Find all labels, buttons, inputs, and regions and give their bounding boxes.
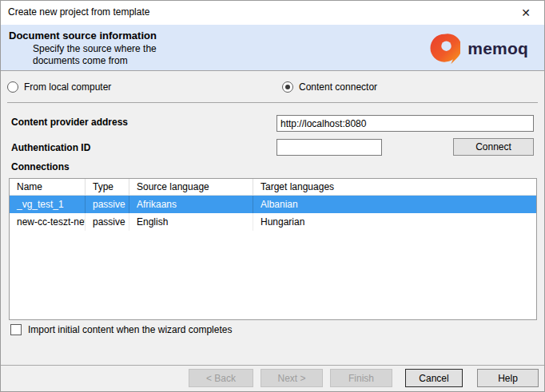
connections-table: Name Type Source language Target languag… [9, 178, 537, 320]
table-header-row: Name Type Source language Target languag… [10, 179, 536, 196]
authentication-id-input[interactable] [276, 139, 382, 156]
memoq-logo: memoq [428, 32, 528, 65]
column-header-name[interactable]: Name [10, 179, 86, 195]
title-bar: Create new project from template ✕ [1, 1, 544, 25]
close-icon[interactable]: ✕ [518, 5, 534, 21]
column-header-type[interactable]: Type [86, 179, 129, 195]
radio-selected-icon[interactable] [282, 81, 293, 93]
cell-target-languages: Albanian [253, 196, 536, 213]
column-header-source-language[interactable]: Source language [129, 179, 253, 195]
cell-type: passive [86, 196, 129, 213]
next-button: Next > [261, 369, 323, 387]
authentication-id-label: Authentication ID [11, 142, 90, 153]
divider [1, 365, 544, 366]
table-row-selected[interactable]: _vg_test_1 passive Afrikaans Albanian [10, 196, 536, 213]
cell-name: new-cc-teszt-new [10, 213, 86, 231]
radio-content-connector-label[interactable]: Content connector [299, 81, 377, 93]
radio-from-local-computer-label[interactable]: From local computer [24, 81, 111, 93]
column-header-target-languages[interactable]: Target languages [253, 179, 536, 195]
content-provider-address-input[interactable] [276, 115, 534, 132]
import-checkbox[interactable] [10, 324, 22, 335]
window-title: Create new project from template [8, 6, 149, 18]
wizard-header: Document source information Specify the … [1, 25, 544, 71]
page-title: Document source information [9, 30, 157, 42]
help-button[interactable]: Help [477, 369, 539, 387]
import-initial-content-option: Import initial content when the wizard c… [10, 324, 232, 335]
page-subtitle: Specify the source where the documents c… [33, 43, 157, 67]
source-option-row: From local computer Content connector [1, 79, 544, 97]
radio-content-connector[interactable]: Content connector [282, 79, 377, 95]
import-checkbox-label[interactable]: Import initial content when the wizard c… [28, 324, 232, 335]
cell-name: _vg_test_1 [10, 196, 86, 213]
connect-button[interactable]: Connect [453, 138, 534, 156]
page-subtitle-line1: Specify the source where the [33, 43, 157, 55]
radio-icon[interactable] [7, 81, 18, 93]
cell-type: passive [86, 213, 129, 231]
cell-source-language: English [129, 213, 253, 231]
connections-label: Connections [11, 161, 70, 172]
create-project-dialog: Create new project from template ✕ Docum… [0, 0, 545, 392]
content-provider-address-label: Content provider address [11, 117, 128, 128]
back-button: < Back [189, 369, 253, 387]
cell-target-languages: Hungarian [253, 213, 536, 231]
memoq-q-icon [428, 32, 460, 65]
memoq-wordmark: memoq [467, 39, 528, 58]
radio-from-local-computer[interactable]: From local computer [7, 79, 111, 95]
divider [7, 102, 538, 103]
cancel-button[interactable]: Cancel [405, 369, 463, 387]
finish-button: Finish [330, 369, 392, 387]
table-row[interactable]: new-cc-teszt-new passive English Hungari… [10, 213, 536, 231]
cell-source-language: Afrikaans [129, 196, 253, 213]
page-subtitle-line2: documents come from [33, 55, 157, 67]
